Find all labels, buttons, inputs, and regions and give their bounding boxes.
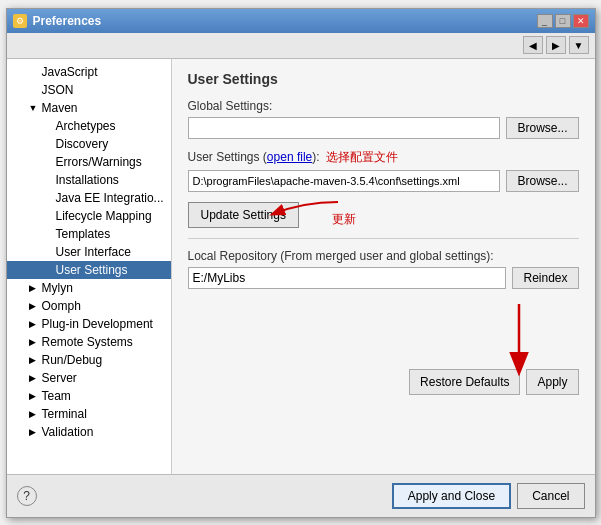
sidebar-item-maven[interactable]: ▼ Maven [7, 99, 171, 117]
arrow-icon: ▶ [29, 373, 39, 383]
local-repo-input[interactable] [188, 267, 507, 289]
forward-button[interactable]: ▶ [546, 36, 566, 54]
close-button[interactable]: ✕ [573, 14, 589, 28]
sidebar-item-remote-systems[interactable]: ▶ Remote Systems [7, 333, 171, 351]
annotation-select-config: 选择配置文件 [326, 149, 398, 166]
arrow-icon: ▶ [29, 409, 39, 419]
browse2-button[interactable]: Browse... [506, 170, 578, 192]
local-repo-label: Local Repository (From merged user and g… [188, 249, 579, 263]
sidebar: JavaScript JSON ▼ Maven Archetypes Disco… [7, 59, 172, 474]
arrow-icon: ▶ [29, 337, 39, 347]
global-settings-input[interactable] [188, 117, 501, 139]
cancel-button[interactable]: Cancel [517, 483, 584, 509]
sidebar-item-templates[interactable]: Templates [7, 225, 171, 243]
window-icon: ⚙ [13, 14, 27, 28]
back-button[interactable]: ◀ [523, 36, 543, 54]
annotation-update: 更新 [332, 212, 356, 226]
toolbar: ◀ ▶ ▼ [7, 33, 595, 59]
global-settings-label: Global Settings: [188, 99, 579, 113]
sidebar-item-user-settings[interactable]: User Settings [7, 261, 171, 279]
sidebar-item-terminal[interactable]: ▶ Terminal [7, 405, 171, 423]
sidebar-item-javascript[interactable]: JavaScript [7, 63, 171, 81]
sidebar-item-validation[interactable]: ▶ Validation [7, 423, 171, 441]
sidebar-item-run-debug[interactable]: ▶ Run/Debug [7, 351, 171, 369]
minimize-button[interactable]: _ [537, 14, 553, 28]
sidebar-item-server[interactable]: ▶ Server [7, 369, 171, 387]
arrow-icon: ▼ [29, 103, 39, 113]
sidebar-item-errors-warnings[interactable]: Errors/Warnings [7, 153, 171, 171]
sidebar-item-json[interactable]: JSON [7, 81, 171, 99]
open-file-link[interactable]: open file [267, 150, 312, 164]
separator [188, 238, 579, 239]
sidebar-item-oomph[interactable]: ▶ Oomph [7, 297, 171, 315]
sidebar-item-archetypes[interactable]: Archetypes [7, 117, 171, 135]
bottom-buttons: ? Apply and Close Cancel [7, 474, 595, 517]
update-settings-button[interactable]: Update Settings [188, 202, 299, 228]
panel-title: User Settings [188, 71, 579, 87]
window-title: Preferences [33, 14, 102, 28]
title-bar-left: ⚙ Preferences [13, 14, 102, 28]
arrow-spacer [188, 299, 579, 379]
apply-close-button[interactable]: Apply and Close [392, 483, 511, 509]
help-icon[interactable]: ? [17, 486, 37, 506]
sidebar-item-ui[interactable]: User Interface [7, 243, 171, 261]
arrow-icon: ▶ [29, 283, 39, 293]
arrow-icon: ▶ [29, 391, 39, 401]
menu-button[interactable]: ▼ [569, 36, 589, 54]
arrow-icon: ▶ [29, 301, 39, 311]
arrow-icon: ▶ [29, 319, 39, 329]
sidebar-item-discovery[interactable]: Discovery [7, 135, 171, 153]
sidebar-item-plugin-dev[interactable]: ▶ Plug-in Development [7, 315, 171, 333]
maximize-button[interactable]: □ [555, 14, 571, 28]
preferences-window: ⚙ Preferences _ □ ✕ ◀ ▶ ▼ JavaScript JSO… [6, 8, 596, 518]
sidebar-item-mylyn[interactable]: ▶ Mylyn [7, 279, 171, 297]
help-area: ? [17, 486, 386, 506]
title-buttons: _ □ ✕ [537, 14, 589, 28]
reindex-button[interactable]: Reindex [512, 267, 578, 289]
sidebar-item-team[interactable]: ▶ Team [7, 387, 171, 405]
red-arrow-2-icon [439, 299, 539, 379]
local-repo-row: Reindex [188, 267, 579, 289]
content-area: JavaScript JSON ▼ Maven Archetypes Disco… [7, 59, 595, 474]
user-settings-label: User Settings (open file): 选择配置文件 [188, 149, 579, 166]
arrow-icon: ▶ [29, 427, 39, 437]
user-settings-input[interactable] [188, 170, 501, 192]
arrow-icon: ▶ [29, 355, 39, 365]
main-panel: User Settings Global Settings: Browse...… [172, 59, 595, 474]
sidebar-item-lifecycle[interactable]: Lifecycle Mapping [7, 207, 171, 225]
user-settings-row: Browse... [188, 170, 579, 192]
sidebar-item-javaee[interactable]: Java EE Integratio... [7, 189, 171, 207]
title-bar: ⚙ Preferences _ □ ✕ [7, 9, 595, 33]
sidebar-item-installations[interactable]: Installations [7, 171, 171, 189]
browse1-button[interactable]: Browse... [506, 117, 578, 139]
update-settings-area: Update Settings 更新 [188, 202, 579, 228]
global-settings-row: Browse... [188, 117, 579, 139]
